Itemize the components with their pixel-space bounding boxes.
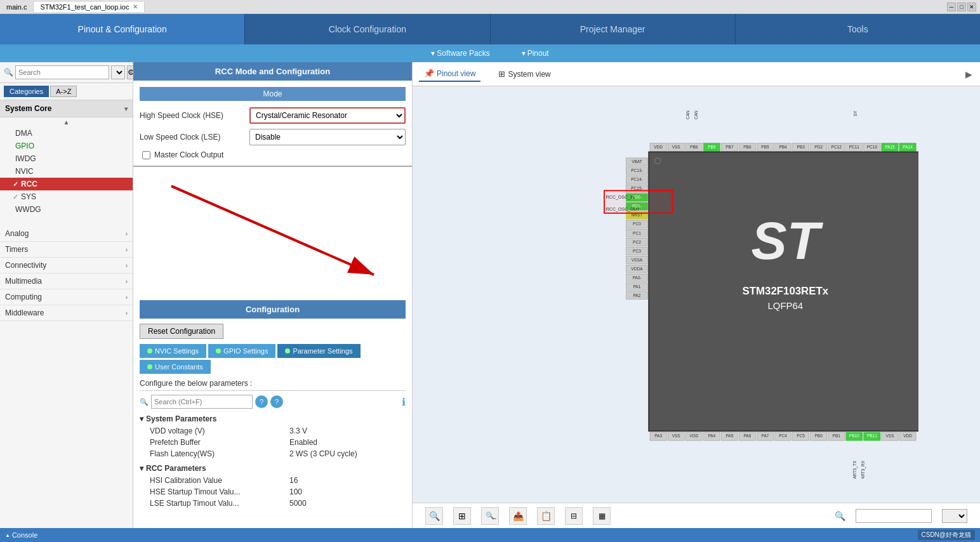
tab-clock[interactable]: Clock Configuration <box>245 14 490 44</box>
scroll-up-btn[interactable]: ▲ <box>0 117 133 127</box>
svg-text:PB4: PB4 <box>779 145 787 149</box>
svg-text:VSS: VSS <box>672 145 681 149</box>
params-info-btn-1[interactable]: ? <box>255 395 268 408</box>
sidebar-item-gpio[interactable]: GPIO <box>0 140 133 152</box>
nvic-settings-tab[interactable]: NVIC Settings <box>140 344 206 358</box>
sidebar-cat-timers[interactable]: Timers › <box>0 242 133 258</box>
svg-text:VSS: VSS <box>672 433 681 438</box>
bottom-toolbar: 🔍 ⊞ 🔍− 📤 📋 ⊟ ▦ 🔍 <box>413 503 980 528</box>
svg-text:PC12: PC12 <box>831 145 842 149</box>
hse-select[interactable]: Crystal/Ceramic Resonator Disable BYPASS… <box>249 107 406 124</box>
copy-btn[interactable]: 📋 <box>537 507 555 525</box>
svg-text:CAN_RX: CAN_RX <box>694 110 699 119</box>
svg-text:RCC_OSC_IN: RCC_OSC_IN <box>606 195 635 200</box>
panel-title: RCC Mode and Configuration <box>133 62 412 81</box>
export-btn[interactable]: 📤 <box>509 507 527 525</box>
svg-text:STM32F103RETx: STM32F103RETx <box>743 285 829 297</box>
az-tab[interactable]: A->Z <box>50 86 77 97</box>
lse-select[interactable]: Disable BYPASS Clock Source Crystal/Cera… <box>249 129 406 145</box>
center-panel: RCC Mode and Configuration Mode High Spe… <box>133 62 413 528</box>
svg-text:VBAT: VBAT <box>632 159 642 164</box>
fit-btn[interactable]: ⊞ <box>453 507 471 525</box>
chevron-right-icon: › <box>126 230 128 237</box>
sub-tab-pinout[interactable]: ▾ Pinout <box>522 49 549 58</box>
close-btn[interactable]: ✕ <box>967 3 976 11</box>
params-search-input[interactable] <box>151 395 253 409</box>
svg-text:PD2: PD2 <box>814 145 823 149</box>
zoom-in-btn[interactable]: 🔍 <box>425 507 443 525</box>
gpio-settings-tab[interactable]: GPIO Settings <box>208 344 275 358</box>
system-params-header[interactable]: ▾ System Parameters <box>140 413 406 425</box>
sidebar-cat-multimedia[interactable]: Multimedia › <box>0 274 133 289</box>
file-tab-main-c[interactable]: main.c <box>0 2 34 12</box>
master-clock-checkbox[interactable] <box>142 151 150 159</box>
chevron-right-icon: › <box>126 310 128 317</box>
sidebar-item-nvic[interactable]: NVIC <box>0 165 133 178</box>
svg-text:PB7: PB7 <box>725 145 734 149</box>
system-core-section: System Core ▾ ▲ DMA GPIO IWDG NVIC <box>0 100 133 216</box>
reset-config-btn[interactable]: Reset Configuration <box>140 324 223 339</box>
sub-tabs: ▾ Software Packs ▾ Pinout <box>0 44 980 62</box>
sidebar-item-rcc[interactable]: ✓ RCC <box>0 178 133 190</box>
sidebar-item-iwdg[interactable]: IWDG <box>0 152 133 165</box>
rcc-params-section: ▾ RCC Parameters HSI Calibration Value 1… <box>140 462 406 509</box>
sidebar-cat-computing[interactable]: Computing › <box>0 289 133 305</box>
sidebar-search-select[interactable] <box>111 65 125 79</box>
sidebar-search-input[interactable] <box>15 65 109 79</box>
svg-text:PB0: PB0 <box>815 433 823 438</box>
chip-diagram: CAN_TX CAN_RX SYS_TCK-SWCLK VDD VSS PB8 <box>474 110 918 479</box>
sidebar-cat-analog[interactable]: Analog › <box>0 226 133 242</box>
sidebar-item-dma[interactable]: DMA <box>0 127 133 140</box>
sidebar-item-sys[interactable]: ✓ SYS <box>0 190 133 203</box>
lse-label: Low Speed Clock (LSE) <box>140 133 244 142</box>
tab-pinout[interactable]: Pinout & Configuration <box>0 14 245 44</box>
maximize-btn[interactable]: □ <box>957 3 966 11</box>
minimize-btn[interactable]: ─ <box>947 3 956 11</box>
check-icon: ✓ <box>13 193 18 201</box>
svg-text:PA7: PA7 <box>762 433 769 438</box>
categories-tab[interactable]: Categories <box>4 86 49 97</box>
svg-text:PB1: PB1 <box>833 433 841 438</box>
file-tab-ioc[interactable]: STM32F1_test_can_loop.ioc ✕ <box>34 2 145 12</box>
right-scroll-btn[interactable]: ▶ <box>963 69 974 79</box>
svg-text:PC0: PC0 <box>633 221 641 226</box>
svg-text:USART3_RX: USART3_RX <box>861 460 866 479</box>
pinout-view-tab[interactable]: 📌 Pinout view <box>419 66 480 82</box>
system-core-header[interactable]: System Core ▾ <box>0 100 133 117</box>
parameter-settings-tab[interactable]: Parameter Settings <box>277 344 360 358</box>
rcc-params-header[interactable]: ▾ RCC Parameters <box>140 462 406 475</box>
param-row-lse-startup: LSE Startup Timout Valu... 5000 <box>140 498 406 509</box>
check-icon: ✓ <box>13 180 18 188</box>
chevron-down-icon: ▾ <box>124 105 128 112</box>
params-info-btn-2[interactable]: ? <box>270 395 283 408</box>
toolbar-search-input[interactable] <box>856 509 932 523</box>
svg-text:PC5: PC5 <box>797 433 805 438</box>
close-icon[interactable]: ✕ <box>133 3 138 10</box>
split-btn[interactable]: ⊟ <box>565 507 583 525</box>
svg-text:PA3: PA3 <box>654 433 662 438</box>
sidebar-gear-btn[interactable]: ⚙ <box>127 65 133 79</box>
file-tabs-bar: main.c STM32F1_test_can_loop.ioc ✕ ─ □ ✕ <box>0 0 980 14</box>
annotation-arrow <box>133 167 412 294</box>
toolbar-search-select[interactable] <box>942 509 967 523</box>
sidebar-cat-connectivity[interactable]: Connectivity › <box>0 258 133 274</box>
svg-text:VSSA: VSSA <box>632 258 643 262</box>
user-constants-tab[interactable]: User Constants <box>140 360 211 374</box>
svg-text:PA6: PA6 <box>744 433 752 438</box>
svg-text:PB5: PB5 <box>761 145 769 149</box>
pinout-view-icon: 📌 <box>424 69 434 78</box>
sub-tab-software-packs[interactable]: ▾ Software Packs <box>431 49 489 58</box>
console-item[interactable]: ▲ Console <box>5 531 37 539</box>
tab-project[interactable]: Project Manager <box>491 14 736 44</box>
svg-text:PA14: PA14 <box>903 145 913 149</box>
system-view-tab[interactable]: ⊞ System view <box>493 67 555 81</box>
sidebar-cat-middleware[interactable]: Middleware › <box>0 305 133 321</box>
svg-text:SYS_TCK-SWCLK: SYS_TCK-SWCLK <box>853 110 858 116</box>
view-tabs-bar: 📌 Pinout view ⊞ System view ▶ <box>413 62 980 86</box>
zoom-out-btn[interactable]: 🔍− <box>481 507 499 525</box>
grid-btn[interactable]: ▦ <box>593 507 611 525</box>
svg-text:PC11: PC11 <box>849 145 860 149</box>
sidebar: 🔍 ⚙ Categories A->Z System Core ▾ ▲ <box>0 62 133 528</box>
tab-tools[interactable]: Tools <box>736 14 980 44</box>
sidebar-item-wwdg[interactable]: WWDG <box>0 203 133 216</box>
